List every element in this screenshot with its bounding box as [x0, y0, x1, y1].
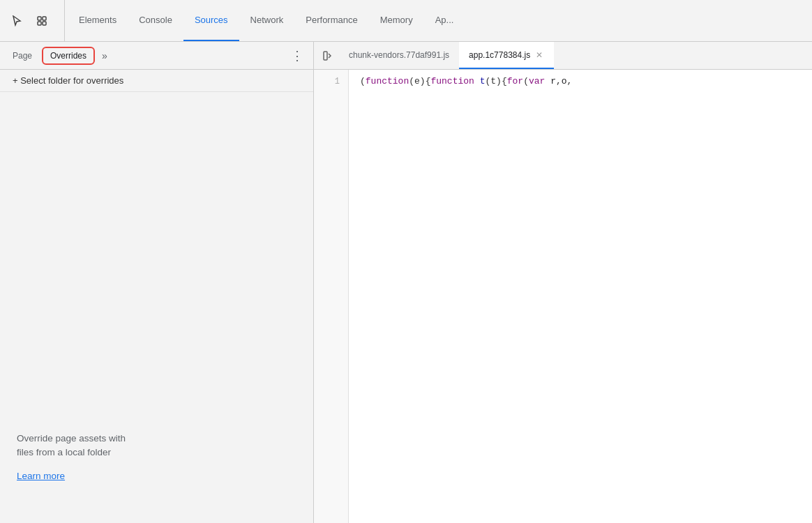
app-label: app.1c778384.js: [469, 50, 530, 60]
main-tab-bar: Elements Console Sources Network Perform…: [68, 0, 806, 41]
tok-open-paren: (: [360, 74, 366, 89]
sidebar: Page Overrides » ⋮ + Select folder for o…: [0, 42, 314, 523]
tab-performance[interactable]: Performance: [294, 0, 368, 41]
tab-console[interactable]: Console: [128, 0, 183, 41]
file-tab-app[interactable]: app.1c778384.js ✕: [459, 42, 554, 69]
svg-rect-1: [43, 17, 46, 20]
main-panel: chunk-vendors.77daf991.js app.1c778384.j…: [314, 42, 812, 523]
sidebar-content: Override page assets withfiles from a lo…: [0, 92, 313, 523]
file-tab-chunk-vendors[interactable]: chunk-vendors.77daf991.js: [339, 42, 459, 69]
tab-application[interactable]: Ap...: [424, 0, 465, 41]
tab-elements[interactable]: Elements: [68, 0, 128, 41]
tok-space2: [545, 74, 550, 89]
svg-rect-3: [43, 22, 46, 25]
sidebar-tab-page[interactable]: Page: [6, 48, 39, 63]
chevron-right-icon[interactable]: »: [98, 47, 112, 64]
tok-var-kw: var: [529, 74, 545, 89]
toolbar-icons: [6, 0, 65, 41]
tok-paren-t: (t){: [486, 74, 507, 89]
tok-space1: [474, 74, 480, 89]
code-line-1: (function(e){function t(t){for(var r,o,: [360, 74, 801, 89]
tab-sources[interactable]: Sources: [183, 0, 239, 41]
tok-fn-t: t: [480, 74, 486, 89]
code-content[interactable]: (function(e){function t(t){for(var r,o,: [349, 70, 812, 523]
tab-nav-back-icon[interactable]: [317, 45, 339, 67]
svg-rect-4: [324, 52, 327, 60]
tok-paren-for: (: [523, 74, 529, 89]
tok-function-kw2: function: [430, 74, 474, 89]
tok-paren-e: (e){: [409, 74, 430, 89]
inspect-element-icon[interactable]: [31, 10, 53, 32]
code-area: 1 (function(e){function t(t){for(var r,o…: [314, 70, 812, 523]
tok-var-r: r: [550, 74, 556, 89]
tab-memory[interactable]: Memory: [369, 0, 424, 41]
tok-trailing: ,: [567, 74, 573, 89]
close-tab-icon[interactable]: ✕: [534, 50, 544, 60]
cursor-icon[interactable]: [6, 10, 28, 32]
tab-network[interactable]: Network: [239, 0, 295, 41]
override-description: Override page assets withfiles from a lo…: [17, 432, 296, 460]
line-number-1: 1: [335, 74, 340, 89]
line-numbers: 1: [314, 70, 349, 523]
sidebar-tab-bar: Page Overrides » ⋮: [0, 42, 313, 70]
sidebar-tab-overrides[interactable]: Overrides: [42, 47, 95, 65]
devtools-toolbar: Elements Console Sources Network Perform…: [0, 0, 812, 42]
select-folder-label: + Select folder for overrides: [13, 75, 123, 86]
chunk-vendors-label: chunk-vendors.77daf991.js: [349, 50, 449, 60]
learn-more-link[interactable]: Learn more: [17, 471, 296, 481]
select-folder-row[interactable]: + Select folder for overrides: [0, 70, 313, 92]
devtools-body: Page Overrides » ⋮ + Select folder for o…: [0, 42, 812, 523]
tok-for-kw: for: [507, 74, 523, 89]
svg-rect-2: [38, 22, 41, 25]
file-tabs: chunk-vendors.77daf991.js app.1c778384.j…: [314, 42, 812, 70]
tok-comma: ,: [556, 74, 562, 89]
tok-var-o: o: [562, 74, 567, 89]
tok-function-kw: function: [366, 74, 409, 89]
svg-rect-0: [38, 17, 41, 20]
more-options-icon[interactable]: ⋮: [287, 45, 308, 66]
